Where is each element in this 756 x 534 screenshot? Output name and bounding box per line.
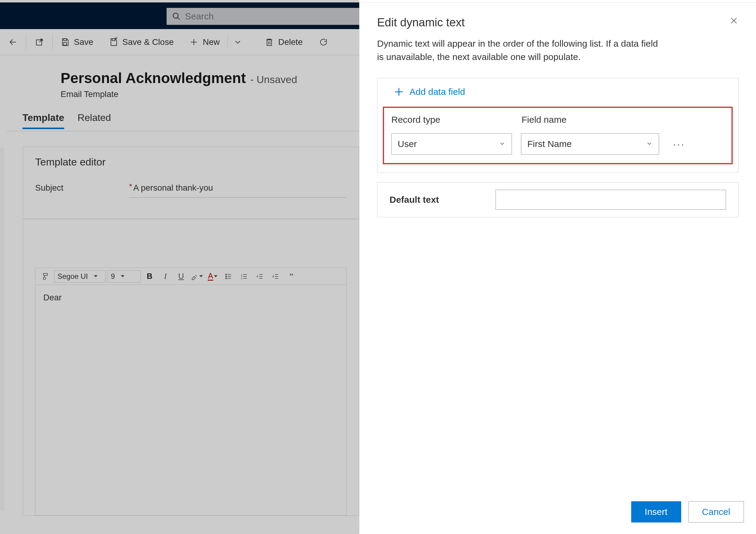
close-button[interactable] [729, 16, 739, 26]
field-name-value: First Name [527, 139, 572, 149]
panel-footer: Insert Cancel [631, 501, 744, 522]
field-name-select[interactable]: First Name [521, 133, 659, 155]
record-type-select[interactable]: User [391, 133, 512, 155]
edit-dynamic-text-panel: Edit dynamic text Dynamic text will appe… [359, 2, 756, 533]
data-fields-card: Add data field Record type Field name Us… [377, 78, 739, 172]
add-data-field-button[interactable]: Add data field [377, 78, 738, 105]
data-field-row-highlight: Record type Field name User First Name ·… [383, 107, 733, 164]
record-type-value: User [398, 139, 417, 149]
insert-button[interactable]: Insert [631, 501, 681, 522]
plus-icon [394, 87, 404, 97]
chevron-down-icon [646, 139, 653, 149]
scrollbar[interactable] [0, 147, 4, 511]
add-data-field-label: Add data field [410, 87, 465, 97]
modal-overlay [0, 0, 359, 534]
row-more-button[interactable]: ··· [668, 138, 685, 150]
close-icon [729, 16, 739, 25]
default-text-input[interactable] [496, 190, 726, 210]
panel-description: Dynamic text will appear in the order of… [360, 29, 681, 63]
chevron-down-icon [499, 139, 505, 149]
record-type-header: Record type [391, 115, 522, 125]
default-text-card: Default text [377, 182, 739, 217]
column-headers: Record type Field name [391, 115, 724, 125]
panel-title: Edit dynamic text [377, 16, 465, 29]
default-text-label: Default text [390, 195, 465, 205]
field-name-header: Field name [522, 115, 566, 125]
cancel-button[interactable]: Cancel [688, 501, 744, 522]
